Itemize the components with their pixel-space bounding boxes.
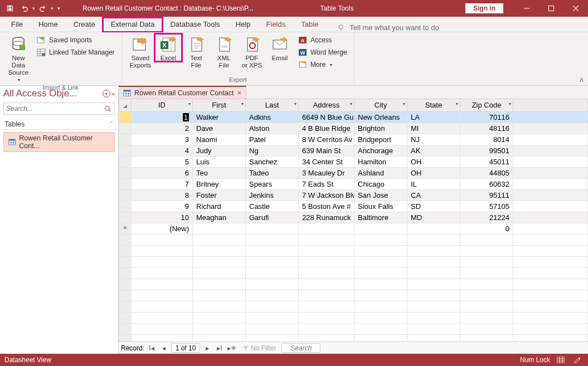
datasheet-view-button[interactable] <box>555 355 567 365</box>
table-row[interactable]: 9 Richard Castle 5 Boston Ave # Sioux Fa… <box>119 201 588 212</box>
cell-address[interactable]: 5 Boston Ave # <box>299 201 354 212</box>
cell-city[interactable]: San Jose <box>354 189 407 201</box>
export-more-button[interactable]: More▾ <box>296 59 349 70</box>
tab-external-data[interactable]: External Data <box>103 18 163 32</box>
table-row[interactable]: 3 Naomi Patel 8 W Cerritos Av Bridgeport… <box>119 134 588 145</box>
cell-address[interactable]: 7 W Jackson Blv <box>299 189 354 201</box>
cell-state[interactable]: MI <box>407 123 460 134</box>
column-header-last[interactable]: Last▾ <box>246 99 299 111</box>
cell-first[interactable]: Walker <box>193 111 246 123</box>
cell-last[interactable]: Jenkins <box>246 189 299 201</box>
tab-database-tools[interactable]: Database Tools <box>162 18 227 32</box>
cell-id[interactable]: 1 <box>132 111 193 123</box>
cell-last[interactable]: Tadeo <box>246 167 299 178</box>
cell-id[interactable]: 3 <box>132 134 193 145</box>
cell-id[interactable]: 10 <box>132 212 193 223</box>
nav-item-table[interactable]: Rowen Retail Customer Cont... <box>3 132 115 152</box>
table-row[interactable]: 4 Judy Ng 639 Main St Anchorage AK 99501 <box>119 145 588 156</box>
close-button[interactable] <box>563 0 588 17</box>
cell-address[interactable]: 34 Center St <box>299 156 354 167</box>
cell-last[interactable]: Patel <box>246 134 299 145</box>
tab-home[interactable]: Home <box>31 18 66 32</box>
qat-customize-icon[interactable]: ▾ <box>55 2 62 15</box>
tab-table[interactable]: Table <box>293 18 326 32</box>
design-view-button[interactable] <box>571 355 584 365</box>
table-row[interactable]: 7 Britney Spears 7 Eads St Chicago IL 60… <box>119 178 588 189</box>
cell-city[interactable]: Anchorage <box>354 145 407 156</box>
row-selector[interactable] <box>119 123 132 134</box>
cell-id[interactable]: 7 <box>132 178 193 189</box>
undo-icon[interactable] <box>18 2 31 15</box>
cell-address[interactable]: 6649 N Blue Gu <box>299 111 354 123</box>
tab-file[interactable]: File <box>3 18 31 32</box>
cell-zip[interactable]: 70116 <box>460 111 513 123</box>
maximize-button[interactable] <box>539 0 563 17</box>
cell-address[interactable]: 228 Runamuck <box>299 212 354 223</box>
minimize-button[interactable] <box>514 0 539 17</box>
cell-address[interactable]: 7 Eads St <box>299 178 354 189</box>
new-record-marker[interactable]: * <box>119 223 132 234</box>
cell-zip[interactable]: 8014 <box>460 134 513 145</box>
export-xml-file-button[interactable]: </> XML File <box>210 33 238 69</box>
cell-first[interactable]: Richard <box>193 201 246 212</box>
cell-id[interactable]: 2 <box>132 123 193 134</box>
export-access-button[interactable]: A Access <box>296 35 349 46</box>
linked-table-manager-button[interactable]: Linked Table Manager <box>35 47 117 58</box>
cell-state[interactable]: IL <box>407 178 460 189</box>
cell-address[interactable]: 8 W Cerritos Av <box>299 134 354 145</box>
export-word-merge-button[interactable]: W Word Merge <box>296 47 349 58</box>
cell-last[interactable]: Sanchez <box>246 156 299 167</box>
row-selector[interactable] <box>119 178 132 189</box>
record-search-input[interactable] <box>281 343 320 353</box>
redo-icon[interactable] <box>36 2 50 15</box>
row-selector[interactable] <box>119 111 132 123</box>
cell-first[interactable]: Naomi <box>193 134 246 145</box>
cell-first[interactable]: Britney <box>193 178 246 189</box>
cell-first[interactable]: Meaghan <box>193 212 246 223</box>
column-header-first[interactable]: First▾ <box>193 99 246 111</box>
tab-help[interactable]: Help <box>228 18 259 32</box>
tab-fields[interactable]: Fields <box>259 18 294 32</box>
cell-state[interactable]: CA <box>407 189 460 201</box>
saved-imports-button[interactable]: Saved Imports <box>35 35 117 46</box>
cell-zip[interactable]: 44805 <box>460 167 513 178</box>
saved-exports-button[interactable]: Saved Exports <box>127 33 154 69</box>
cell-zip[interactable]: 60632 <box>460 178 513 189</box>
cell-address[interactable]: 639 Main St <box>299 145 354 156</box>
search-icon[interactable] <box>101 103 114 114</box>
datasheet-grid[interactable]: ◢ ID▾ First▾ Last▾ Address▾ City▾ State▾… <box>119 99 588 341</box>
row-selector[interactable] <box>119 134 132 145</box>
export-pdf-xps-button[interactable]: PDF or XPS <box>238 33 266 69</box>
cell-zip[interactable]: 45011 <box>460 156 513 167</box>
cell-last[interactable]: Castle <box>246 201 299 212</box>
cell-last[interactable]: Ng <box>246 145 299 156</box>
last-record-button[interactable]: ▸I <box>215 343 225 353</box>
record-position-input[interactable] <box>171 343 200 353</box>
column-header-state[interactable]: State▾ <box>407 99 460 111</box>
cell-first[interactable]: Foster <box>193 189 246 201</box>
row-selector[interactable] <box>119 156 132 167</box>
cell-state[interactable]: OH <box>407 156 460 167</box>
cell-state[interactable]: MD <box>407 212 460 223</box>
export-email-button[interactable]: Email <box>266 33 294 62</box>
tab-create[interactable]: Create <box>66 18 103 32</box>
cell-zip[interactable]: 48116 <box>460 123 513 134</box>
next-record-button[interactable]: ▸ <box>202 343 212 353</box>
cell-id[interactable]: 6 <box>132 167 193 178</box>
cell-city[interactable]: Ashland <box>354 167 407 178</box>
table-row[interactable]: 6 Teo Tadeo 3 Mcauley Dr Ashland OH 4480… <box>119 167 588 178</box>
cell-address[interactable]: 3 Mcauley Dr <box>299 167 354 178</box>
cell-last[interactable]: Alston <box>246 123 299 134</box>
nav-section-tables[interactable]: Tables ⌃ <box>0 118 118 130</box>
first-record-button[interactable]: I◂ <box>147 343 157 353</box>
cell-last[interactable]: Adkins <box>246 111 299 123</box>
sign-in-button[interactable]: Sign in <box>465 3 503 13</box>
cell-city[interactable]: Bridgeport <box>354 134 407 145</box>
nav-search-input[interactable] <box>4 103 101 114</box>
table-row[interactable]: 8 Foster Jenkins 7 W Jackson Blv San Jos… <box>119 189 588 201</box>
column-header-id[interactable]: ID▾ <box>132 99 193 111</box>
column-header-blank[interactable] <box>513 99 588 111</box>
table-row[interactable]: 5 Luis Sanchez 34 Center St Hamilton OH … <box>119 156 588 167</box>
row-selector[interactable] <box>119 201 132 212</box>
cell-zip[interactable]: 57105 <box>460 201 513 212</box>
